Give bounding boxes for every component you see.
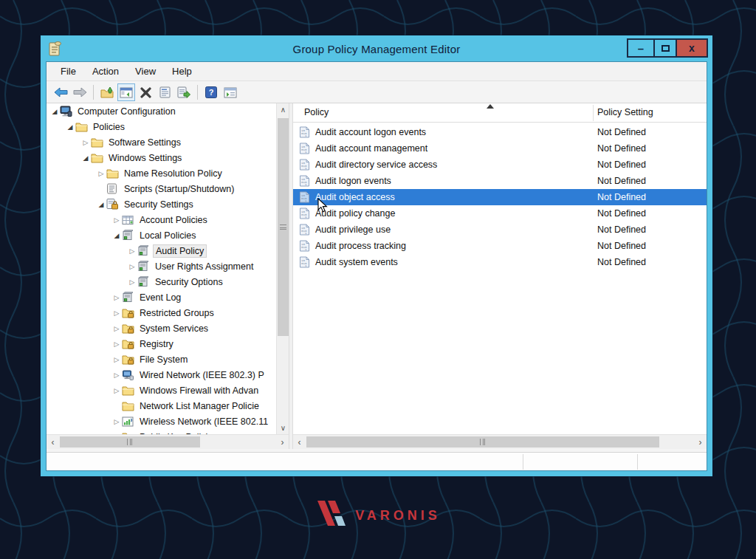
delete-icon[interactable] [137, 83, 154, 101]
forward-icon[interactable] [71, 83, 89, 101]
policy-name: Audit directory service access [315, 160, 437, 170]
tree-item-security-settings[interactable]: ◢Security Settings [47, 196, 276, 212]
tree-hscroll-thumb[interactable] [60, 436, 200, 447]
policy-row-audit-privilege-use[interactable]: 100101Audit privilege useNot Defined [293, 222, 707, 238]
column-header-policy-setting[interactable]: Policy Setting [597, 107, 653, 117]
tree-item-label: File System [137, 354, 190, 366]
list-hscroll-thumb[interactable] [306, 436, 659, 447]
properties-icon[interactable] [156, 83, 173, 101]
server-icon [122, 292, 134, 303]
varonis-logo-text: VARONIS [355, 508, 441, 524]
tree-item-label: Computer Configuration [75, 106, 178, 117]
expand-icon[interactable]: ▷ [111, 340, 122, 348]
expand-icon[interactable]: ▷ [127, 278, 137, 286]
menu-bar: FileActionViewHelp [47, 62, 707, 81]
menu-file[interactable]: File [52, 64, 84, 79]
table-icon [122, 214, 134, 226]
expand-icon[interactable]: ▷ [127, 247, 137, 255]
tree-item-security-options[interactable]: ▷Security Options [47, 274, 276, 289]
expand-icon[interactable]: ▷ [111, 325, 122, 332]
expand-icon[interactable]: ▷ [80, 139, 91, 146]
tree-item-restricted-groups[interactable]: ▷Restricted Groups [47, 305, 276, 320]
expand-icon[interactable]: ▷ [111, 371, 122, 379]
tree-item-name-resolution-policy[interactable]: ▷Name Resolution Policy [47, 165, 276, 181]
close-button[interactable]: x [676, 38, 708, 58]
tree-vertical-scrollbar[interactable]: ∧ ∨ [276, 103, 289, 434]
tree-item-registry[interactable]: ▷Registry [47, 336, 276, 351]
tree-item-network-list-manager-policie[interactable]: Network List Manager Policie [47, 398, 276, 414]
gpme-scroll-icon [48, 41, 63, 57]
tree-item-label: Software Settings [106, 137, 183, 148]
scroll-right-icon[interactable]: › [694, 435, 707, 449]
scroll-right-icon[interactable]: › [276, 435, 289, 449]
expand-icon[interactable]: ▷ [111, 216, 122, 224]
collapse-icon[interactable]: ◢ [96, 201, 106, 208]
policy-row-audit-policy-change[interactable]: 100101Audit policy changeNot Defined [293, 205, 707, 222]
tree-item-event-log[interactable]: ▷Event Log [47, 289, 276, 305]
minimize-button[interactable]: – [627, 38, 655, 58]
policy-row-audit-directory-service-access[interactable]: 100101Audit directory service accessNot … [293, 157, 707, 173]
folder-icon [91, 137, 103, 148]
menu-action[interactable]: Action [84, 64, 127, 79]
policy-document-icon: 100101 [299, 224, 311, 236]
expand-icon[interactable]: ▷ [127, 263, 137, 270]
tree-item-policies[interactable]: ◢Policies [47, 119, 276, 134]
tree-item-windows-firewall-with-advan[interactable]: ▷Windows Firewall with Advan [47, 383, 276, 398]
menu-help[interactable]: Help [164, 64, 200, 79]
scroll-up-icon[interactable]: ∧ [277, 103, 289, 116]
list-horizontal-scrollbar[interactable]: ‹ › [293, 434, 707, 449]
scroll-left-icon[interactable]: ‹ [293, 435, 306, 449]
wired-icon [122, 369, 134, 381]
help-icon[interactable]: ? [202, 83, 220, 101]
tree-horizontal-scrollbar[interactable]: ‹ › [47, 434, 289, 449]
new-window-icon[interactable] [221, 83, 239, 101]
policy-row-audit-process-tracking[interactable]: 100101Audit process trackingNot Defined [293, 238, 707, 254]
expand-icon[interactable]: ▷ [111, 387, 122, 394]
tree-item-windows-settings[interactable]: ◢Windows Settings [47, 150, 276, 165]
policy-row-audit-object-access[interactable]: 100101Audit object accessNot Defined [293, 189, 707, 205]
tree-vscroll-thumb[interactable] [278, 118, 289, 336]
maximize-button[interactable] [653, 38, 677, 58]
back-icon[interactable] [52, 83, 69, 101]
tree-item-account-policies[interactable]: ▷Account Policies [47, 212, 276, 227]
column-divider[interactable] [593, 105, 594, 121]
titlebar[interactable]: Group Policy Management Editor – x [41, 35, 712, 62]
collapse-icon[interactable]: ◢ [65, 123, 75, 131]
up-one-level-icon[interactable] [98, 83, 116, 101]
policy-row-audit-system-events[interactable]: 100101Audit system eventsNot Defined [293, 254, 707, 270]
tree-item-public-key-policies[interactable]: Public Key Policies [47, 429, 276, 434]
console-tree-pane: ◢Computer Configuration◢Policies▷Softwar… [47, 103, 289, 449]
tree-item-label: Registry [137, 338, 176, 350]
tree-item-wireless-network-ieee-802-11[interactable]: ▷Wireless Network (IEEE 802.11 [47, 414, 276, 429]
menu-view[interactable]: View [127, 64, 164, 79]
tree-item-audit-policy[interactable]: ▷Audit Policy [47, 243, 276, 258]
tree-item-system-services[interactable]: ▷System Services [47, 320, 276, 336]
export-list-icon[interactable] [175, 83, 193, 101]
expand-icon[interactable]: ▷ [111, 356, 122, 363]
tree-item-local-policies[interactable]: ◢Local Policies [47, 227, 276, 243]
tree-item-scripts-startup-shutdown[interactable]: Scripts (Startup/Shutdown) [47, 181, 276, 196]
collapse-icon[interactable]: ◢ [80, 154, 91, 162]
tree-item-file-system[interactable]: ▷File System [47, 351, 276, 367]
collapse-icon[interactable]: ◢ [111, 232, 122, 239]
folder-lock-icon [122, 338, 134, 350]
tree-item-wired-network-ieee-802-3-p[interactable]: ▷Wired Network (IEEE 802.3) P [47, 367, 276, 383]
column-header-policy[interactable]: Policy [304, 107, 329, 117]
policy-setting-value: Not Defined [597, 241, 646, 251]
expand-icon[interactable]: ▷ [111, 309, 122, 317]
tree-item-computer-configuration[interactable]: ◢Computer Configuration [47, 103, 276, 119]
scroll-down-icon[interactable]: ∨ [277, 422, 289, 434]
expand-icon[interactable]: ▷ [111, 418, 122, 425]
tree-item-user-rights-assignment[interactable]: ▷User Rights Assignment [47, 258, 276, 274]
policy-row-audit-account-logon-events[interactable]: 100101Audit account logon eventsNot Defi… [293, 124, 707, 140]
expand-icon[interactable]: ▷ [111, 294, 122, 301]
show-console-tree-icon[interactable] [117, 83, 135, 101]
collapse-icon[interactable]: ◢ [49, 108, 60, 115]
scroll-left-icon[interactable]: ‹ [47, 435, 59, 449]
svg-text:10: 10 [301, 210, 306, 213]
expand-icon[interactable]: ▷ [96, 170, 106, 177]
tree-item-software-settings[interactable]: ▷Software Settings [47, 134, 276, 150]
policy-row-audit-logon-events[interactable]: 100101Audit logon eventsNot Defined [293, 173, 707, 189]
policy-row-audit-account-management[interactable]: 100101Audit account managementNot Define… [293, 140, 707, 157]
page-lock-icon [106, 199, 119, 210]
